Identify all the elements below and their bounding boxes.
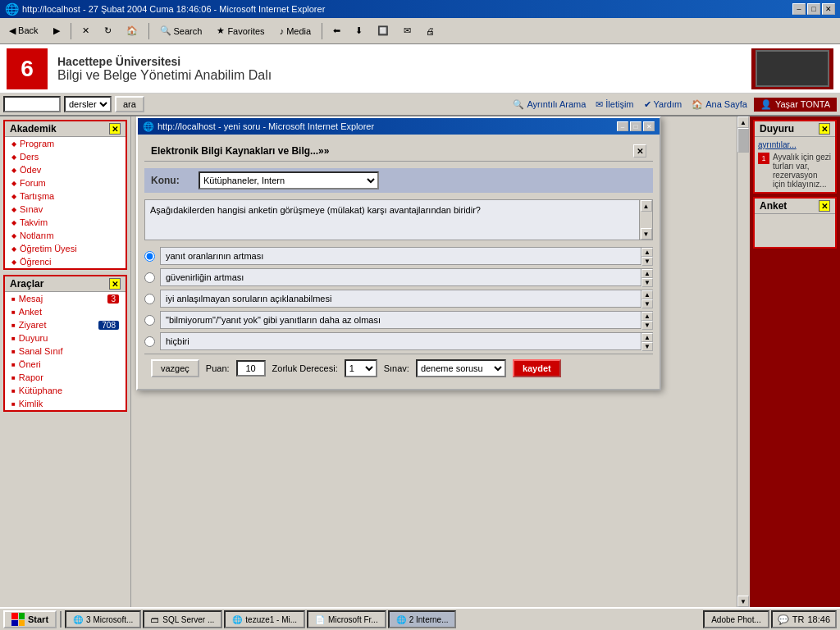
ana-sayfa-link[interactable]: 🏠 Ana Sayfa: [688, 98, 751, 111]
start-button[interactable]: Start: [3, 610, 57, 628]
scroll-up[interactable]: ▲: [641, 269, 653, 278]
scroll-down[interactable]: ▼: [641, 299, 653, 308]
taskbar-item-3[interactable]: 🌐 tezuze1 - Mi...: [224, 610, 305, 628]
scroll-down[interactable]: ▼: [641, 342, 653, 351]
option-radio-1[interactable]: [144, 251, 155, 262]
sidebar-item-mesaj[interactable]: ■ Mesaj 3: [5, 292, 126, 305]
vazgec-button[interactable]: vazgeç: [151, 359, 199, 377]
konu-select[interactable]: Kütüphaneler, Intern: [199, 171, 379, 189]
close-btn[interactable]: ✕: [822, 3, 835, 15]
sidebar-item-sanal-sinif[interactable]: ■ Sanal Sınıf: [5, 345, 126, 358]
akademik-section: Akademik ✕ ◆ Program ◆ Ders ◆ Ödev ◆ For…: [3, 120, 127, 270]
scroll-up[interactable]: ▲: [641, 248, 653, 257]
sinav-select[interactable]: deneme sorusu: [416, 359, 506, 377]
taskbar-item-5[interactable]: 🌐 2 Interne...: [388, 610, 457, 628]
nav-search-input[interactable]: [3, 96, 61, 112]
stop-button[interactable]: ✕: [76, 21, 95, 41]
sidebar-item-forum[interactable]: ◆ Forum: [5, 176, 126, 189]
sidebar-item-sinav[interactable]: ◆ Sınav: [5, 203, 126, 216]
scroll-up[interactable]: ▲: [641, 290, 653, 299]
toolbar-extra-1[interactable]: ⬅: [327, 21, 346, 41]
sidebar-item-kimlik[interactable]: ■ Kimlik: [5, 397, 126, 410]
nav-category-select[interactable]: dersler: [64, 96, 112, 112]
sidebar-item-ders[interactable]: ◆ Ders: [5, 150, 126, 163]
zorluk-select[interactable]: 1: [345, 359, 377, 377]
toolbar-extra-2[interactable]: ⬇: [349, 21, 368, 41]
sidebar-item-takvim[interactable]: ◆ Takvim: [5, 216, 126, 229]
question-scrollbar[interactable]: ▲ ▼: [639, 200, 652, 240]
taskbar-adobe[interactable]: Adobe Phot...: [703, 610, 769, 628]
scroll-up[interactable]: ▲: [641, 333, 653, 342]
clock: 18:46: [807, 614, 830, 624]
sidebar-item-oneri[interactable]: ■ Öneri: [5, 358, 126, 371]
anket-close[interactable]: ✕: [819, 200, 830, 212]
sidebar-item-kutuphane[interactable]: ■ Kütüphane: [5, 384, 126, 397]
search-button[interactable]: 🔍 Search: [154, 21, 208, 41]
scroll-down[interactable]: ▼: [641, 257, 653, 266]
toolbar-extra-3[interactable]: 🔲: [372, 21, 395, 41]
sidebar-item-anket[interactable]: ■ Anket: [5, 305, 126, 318]
araclar-close[interactable]: ✕: [109, 278, 121, 290]
puan-input[interactable]: [236, 360, 266, 377]
maximize-btn[interactable]: □: [807, 3, 820, 15]
scroll-down[interactable]: ▼: [641, 321, 653, 330]
scroll-down-main[interactable]: ▼: [737, 596, 749, 607]
main-scrollbar[interactable]: ▲ ▼: [737, 116, 750, 607]
ayrintili-link[interactable]: 🔍 Ayrıntılı Arama: [509, 98, 589, 111]
option-radio-3[interactable]: [144, 294, 155, 304]
sidebar-item-ziyaret[interactable]: ■ Ziyaret 708: [5, 318, 126, 331]
taskbar-item-4[interactable]: 📄 Microsoft Fr...: [307, 610, 386, 628]
option-radio-5[interactable]: [144, 336, 155, 347]
duyuru-header: Duyuru ✕: [755, 121, 835, 137]
scroll-up-btn[interactable]: ▲: [641, 200, 652, 212]
search-icon: 🔍: [513, 99, 524, 110]
sidebar-item-notlarim[interactable]: ◆ Notlarım: [5, 229, 126, 242]
toolbar-extra-4[interactable]: ✉: [398, 21, 417, 41]
user-menu[interactable]: 👤 Yaşar TONTA: [754, 98, 837, 112]
modal-subtitle-close[interactable]: ✕: [633, 144, 646, 158]
scroll-down-btn[interactable]: ▼: [641, 228, 652, 240]
iletisim-link[interactable]: ✉ İletişim: [592, 98, 637, 111]
sidebar-item-duyuru[interactable]: ■ Duyuru: [5, 331, 126, 345]
sidebar-item-ogretim-uyesi[interactable]: ◆ Öğretim Üyesi: [5, 242, 126, 255]
akademik-close[interactable]: ✕: [109, 123, 121, 135]
back-button[interactable]: ◀ Back: [3, 21, 44, 41]
media-button[interactable]: ♪ Media: [274, 21, 317, 41]
sidebar-item-rapor[interactable]: ■ Rapor: [5, 371, 126, 384]
taskbar-item-2[interactable]: 🗃 SQL Server ...: [143, 610, 222, 628]
refresh-button[interactable]: ↻: [98, 21, 117, 41]
scroll-up-main[interactable]: ▲: [737, 116, 749, 128]
scroll-thumb-main[interactable]: [737, 128, 749, 153]
lang-indicator: TR: [792, 614, 805, 624]
minimize-btn[interactable]: –: [792, 3, 806, 15]
modal-maximize[interactable]: □: [630, 121, 641, 131]
yardim-link[interactable]: ✔ Yardım: [641, 98, 686, 111]
sidebar-item-program[interactable]: ◆ Program: [5, 137, 126, 150]
option-scrollbar-5[interactable]: ▲ ▼: [641, 333, 652, 349]
bullet-icon: ◆: [11, 258, 16, 266]
duyuru-link[interactable]: ayrıntılar...: [758, 140, 832, 149]
home-button[interactable]: 🏠: [121, 21, 144, 41]
favorites-button[interactable]: ★ Favorites: [211, 21, 270, 41]
duyuru-close[interactable]: ✕: [819, 123, 830, 135]
option-scrollbar-2[interactable]: ▲ ▼: [641, 269, 652, 285]
option-radio-2[interactable]: [144, 272, 155, 283]
taskbar-item-1[interactable]: 🌐 3 Microsoft...: [65, 610, 141, 628]
duyuru-content: ayrıntılar... 1 Ayvalık için gezi turlar…: [755, 137, 835, 192]
sidebar-item-tartisma[interactable]: ◆ Tartışma: [5, 189, 126, 203]
option-scrollbar-4[interactable]: ▲ ▼: [641, 312, 652, 328]
option-scrollbar-3[interactable]: ▲ ▼: [641, 290, 652, 307]
sidebar-item-ogrenci[interactable]: ◆ Öğrenci: [5, 255, 126, 268]
option-radio-4[interactable]: [144, 315, 155, 326]
modal-minimize[interactable]: –: [617, 121, 628, 131]
option-scrollbar-1[interactable]: ▲ ▼: [641, 248, 652, 264]
toolbar-extra-5[interactable]: 🖨: [420, 21, 441, 41]
nav-search-button[interactable]: ara: [115, 96, 144, 112]
kaydet-button[interactable]: kaydet: [513, 359, 561, 377]
forward-button[interactable]: ▶: [48, 21, 66, 41]
sidebar-item-odev[interactable]: ◆ Ödev: [5, 163, 126, 176]
scroll-down[interactable]: ▼: [641, 278, 653, 287]
scroll-up[interactable]: ▲: [641, 312, 653, 321]
main-layout: Akademik ✕ ◆ Program ◆ Ders ◆ Ödev ◆ For…: [0, 116, 840, 607]
modal-close[interactable]: ✕: [643, 121, 655, 131]
